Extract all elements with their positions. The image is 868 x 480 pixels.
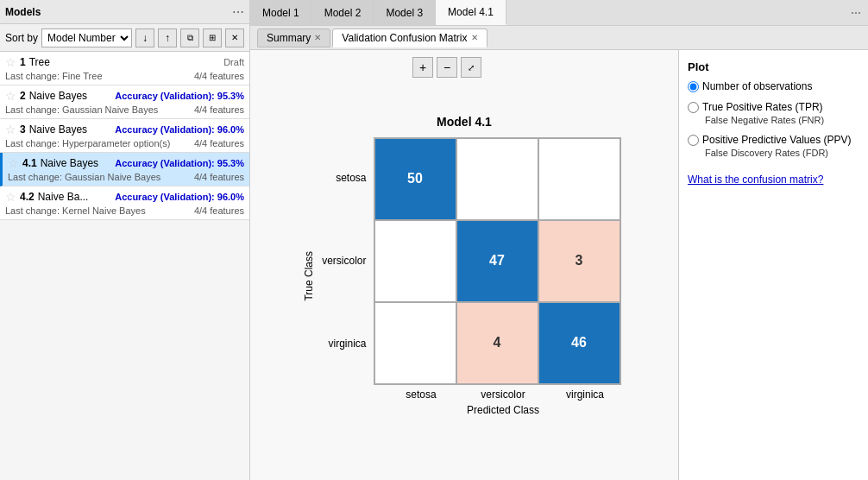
radio-numobs-input[interactable]	[688, 81, 699, 92]
tab-model41[interactable]: Model 4.1	[436, 0, 506, 25]
paste-button[interactable]: ⊞	[203, 28, 222, 47]
y-axis-label: True Class	[303, 251, 315, 301]
subtab-confusion-close[interactable]: ✕	[471, 33, 478, 42]
tab-model3[interactable]: Model 3	[374, 0, 436, 25]
subtab-summary-label: Summary	[267, 32, 311, 44]
tab-model2[interactable]: Model 2	[312, 0, 374, 25]
model-lastchange-3: Last change: Hyperparameter option(s)	[5, 138, 170, 148]
row-labels-and-grid: setosa versicolor virginica 50 47	[322, 137, 626, 385]
model-item-42[interactable]: ☆ 4.2 Naive Ba... Accuracy (Validation):…	[0, 186, 249, 220]
matrix-title: Model 4.1	[437, 115, 492, 129]
model-item-3[interactable]: ☆ 3 Naive Bayes Accuracy (Validation): 9…	[0, 119, 249, 153]
tab-model3-label: Model 3	[386, 7, 423, 19]
sort-asc-button[interactable]: ↓	[135, 28, 154, 47]
models-list: ☆ 1 Tree Draft Last change: Fine Tree 4/…	[0, 52, 249, 480]
confusion-matrix-help-link[interactable]: What is the confusion matrix?	[688, 174, 859, 186]
tabs-more-icon[interactable]: ⋯	[851, 7, 868, 19]
subtab-confusion[interactable]: Validation Confusion Matrix ✕	[332, 28, 487, 47]
model-name-3: Naive Bayes	[29, 123, 87, 136]
star-icon-3: ☆	[5, 123, 16, 136]
sort-select[interactable]: Model Number	[41, 28, 132, 47]
zoom-in-button[interactable]: +	[412, 57, 433, 78]
subtabs-row: Summary ✕ Validation Confusion Matrix ✕	[250, 26, 868, 50]
col-label-versicolor: versicolor	[462, 388, 544, 401]
row-label-versicolor: versicolor	[322, 219, 367, 301]
row-label-setosa: setosa	[322, 137, 367, 219]
models-title: Models	[5, 6, 41, 18]
star-icon-41: ☆	[8, 156, 19, 170]
cell-0-0: 50	[374, 138, 456, 220]
main-content: + − ⤢ Model 4.1 True Class setosa versic…	[250, 50, 868, 480]
model-item-1[interactable]: ☆ 1 Tree Draft Last change: Fine Tree 4/…	[0, 52, 249, 85]
model-name-2: Naive Bayes	[29, 90, 87, 102]
star-icon-1: ☆	[5, 55, 16, 69]
confusion-matrix-grid: 50 47 3 4 46	[374, 137, 621, 385]
model-features-2: 4/4 features	[194, 104, 244, 115]
fdr-sublabel: False Discovery Rates (FDR)	[705, 148, 859, 158]
model-name-1: Tree	[29, 56, 50, 68]
model-item-41[interactable]: ☆ 4.1 Naive Bayes Accuracy (Validation):…	[0, 153, 249, 186]
model-features-41: 4/4 features	[194, 172, 244, 182]
cell-2-1: 4	[456, 302, 538, 384]
sort-desc-button[interactable]: ↑	[158, 28, 177, 47]
radio-numobs[interactable]: Number of observations	[688, 80, 859, 92]
left-panel: Models ⋯ Sort by Model Number ↓ ↑ ⧉ ⊞ ✕ …	[0, 0, 250, 480]
model-num-1: 1	[20, 56, 26, 68]
model-lastchange-42: Last change: Kernel Naive Bayes	[5, 205, 146, 216]
col-label-virginica: virginica	[544, 388, 626, 401]
radio-ppv[interactable]: Positive Predictive Values (PPV)	[688, 134, 859, 146]
radio-ppv-label: Positive Predictive Values (PPV)	[702, 134, 852, 146]
model-item-2[interactable]: ☆ 2 Naive Bayes Accuracy (Validation): 9…	[0, 85, 249, 119]
model-features-1: 4/4 features	[194, 71, 244, 81]
model-num-3: 3	[20, 123, 26, 136]
model-accuracy-2: Accuracy (Validation): 95.3%	[115, 91, 244, 101]
copy-button[interactable]: ⧉	[180, 28, 199, 47]
model-features-3: 4/4 features	[194, 138, 244, 148]
model-name-42: Naive Ba...	[38, 191, 89, 203]
matrix-area: + − ⤢ Model 4.1 True Class setosa versic…	[250, 50, 678, 480]
radio-tpr[interactable]: True Positive Rates (TPR)	[688, 101, 859, 113]
model-num-2: 2	[20, 90, 26, 102]
fdr-label: False Discovery Rates (FDR)	[705, 148, 828, 158]
row-labels: setosa versicolor virginica	[322, 137, 374, 385]
models-more-icon[interactable]: ⋯	[232, 5, 244, 19]
delete-button[interactable]: ✕	[225, 28, 244, 47]
model-accuracy-42: Accuracy (Validation): 96.0%	[115, 192, 244, 202]
sort-row: Sort by Model Number ↓ ↑ ⧉ ⊞ ✕	[0, 24, 249, 52]
model-features-42: 4/4 features	[194, 205, 244, 216]
sort-label: Sort by	[5, 32, 38, 44]
subtab-summary[interactable]: Summary ✕	[257, 28, 330, 47]
tab-model2-label: Model 2	[324, 7, 362, 19]
x-axis-label: Predicted Class	[381, 404, 626, 416]
model-lastchange-1: Last change: Fine Tree	[5, 71, 103, 81]
model-accuracy-3: Accuracy (Validation): 96.0%	[115, 124, 244, 135]
tab-model41-label: Model 4.1	[448, 6, 494, 18]
main-tabs-row: Model 1 Model 2 Model 3 Model 4.1 ⋯	[250, 0, 868, 26]
subtab-summary-close[interactable]: ✕	[314, 33, 321, 42]
plot-panel: Plot Number of observations True Positiv…	[678, 50, 868, 480]
model-status-1: Draft	[223, 57, 244, 67]
main-tabs: Model 1 Model 2 Model 3 Model 4.1	[250, 0, 506, 25]
tab-model1[interactable]: Model 1	[250, 0, 312, 25]
zoom-out-button[interactable]: −	[437, 57, 457, 78]
row-label-virginica: virginica	[322, 302, 367, 384]
radio-tpr-input[interactable]	[688, 102, 699, 113]
model-accuracy-41: Accuracy (Validation): 95.3%	[115, 158, 244, 168]
zoom-fit-button[interactable]: ⤢	[461, 57, 481, 78]
star-icon-42: ☆	[5, 190, 16, 204]
cell-1-2: 3	[538, 220, 620, 302]
model-name-41: Naive Bayes	[41, 157, 98, 169]
model-lastchange-41: Last change: Gaussian Naive Bayes	[8, 172, 160, 182]
fnr-label: False Negative Rates (FNR)	[705, 115, 824, 125]
cell-0-1	[456, 138, 538, 220]
radio-tpr-label: True Positive Rates (TPR)	[702, 101, 823, 113]
zoom-controls: + − ⤢	[412, 57, 481, 78]
radio-ppv-input[interactable]	[688, 135, 699, 146]
matrix-wrapper: True Class setosa versicolor virginica 5…	[303, 137, 626, 416]
cell-1-1: 47	[456, 220, 538, 302]
model-num-41: 4.1	[22, 157, 37, 169]
tab-model1-label: Model 1	[262, 7, 299, 19]
radio-group: Number of observations True Positive Rat…	[688, 80, 859, 158]
subtab-confusion-label: Validation Confusion Matrix	[342, 32, 467, 44]
radio-numobs-label: Number of observations	[702, 80, 812, 92]
